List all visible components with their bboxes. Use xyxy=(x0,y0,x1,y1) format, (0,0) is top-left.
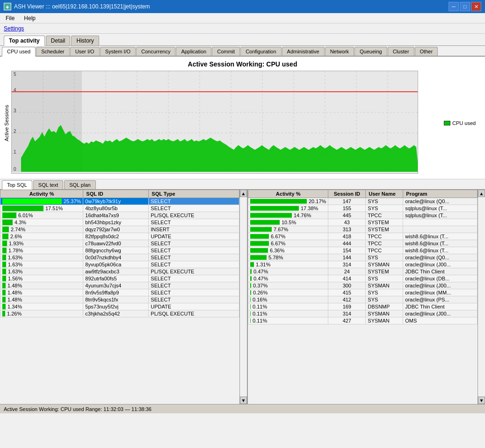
left-table-row[interactable]: 1.63% 8yvup05pk06ca SELECT xyxy=(0,261,239,268)
right-table-row[interactable]: 0.37% 300 SYSMAN oracle@linux (J00... xyxy=(248,282,478,289)
activity-bar xyxy=(2,255,6,260)
left-table-row[interactable]: 1.63% aw9tfz9acxbc3 PL/SQL EXECUTE xyxy=(0,268,239,275)
left-table-row[interactable]: 1.78% 88fgqncchy6wg SELECT xyxy=(0,247,239,254)
left-table-row[interactable]: 1.93% c78uawv22fvd0 SELECT xyxy=(0,240,239,247)
right-scrollbar[interactable]: ▲ ▼ xyxy=(478,190,485,404)
r-activity-bar xyxy=(250,255,267,260)
left-table-row[interactable]: 4.3% bh543hbps1zky SELECT xyxy=(0,219,239,226)
right-table-scroll[interactable]: Activity % Session ID User Name Program … xyxy=(248,190,478,404)
right-table-row[interactable]: 10.5% 43 SYSTEM xyxy=(248,219,478,226)
right-cell-activity: 6.67% xyxy=(248,233,328,240)
tab-sql-text[interactable]: SQL text xyxy=(33,180,63,189)
left-table-row[interactable]: 2.74% dqyz792jar7w0 INSERT xyxy=(0,226,239,233)
rscroll-up[interactable]: ▲ xyxy=(478,190,485,197)
bottom-tab-bar: Top SQL SQL text SQL plan xyxy=(0,179,485,190)
left-table-row[interactable]: 6.01% 16dhat4ta7xs9 PL/SQL EXECUTE xyxy=(0,212,239,219)
chart-area[interactable]: 4 3 2 1 0 5 xyxy=(11,71,439,175)
tab-queueing[interactable]: Queueing xyxy=(355,47,387,56)
col-sql-id: SQL ID xyxy=(83,190,149,198)
tab-configuration[interactable]: Configuration xyxy=(240,47,281,56)
right-cell-program: wish8.6@linux (T... xyxy=(403,247,478,254)
right-table-row[interactable]: 20.17% 147 SYS oracle@linux (Q0... xyxy=(248,198,478,205)
activity-pct: 6.01% xyxy=(18,213,33,218)
left-table-row[interactable]: 1.63% 0c0d7nzkdhby4 SELECT xyxy=(0,254,239,261)
status-text: Active Session Working: CPU used Range: … xyxy=(4,406,152,412)
right-table-row[interactable]: 6.67% 444 TPCC wish8.6@linux (T... xyxy=(248,240,478,247)
menu-help[interactable]: Help xyxy=(22,15,37,22)
r-activity-bar xyxy=(250,262,254,267)
right-table-row[interactable]: 0.16% 412 SYS oracle@linux (PS... xyxy=(248,296,478,303)
tab-commit[interactable]: Commit xyxy=(212,47,240,56)
tab-detail[interactable]: Detail xyxy=(46,36,71,45)
left-cell-sqlid: 4bz8yu80sr5b xyxy=(83,205,149,212)
tab-network[interactable]: Network xyxy=(325,47,354,56)
tab-concurrency[interactable]: Concurrency xyxy=(136,47,175,56)
tab-other[interactable]: Other xyxy=(415,47,438,56)
right-table-row[interactable]: 17.38% 155 SYS sqlplus@linux (T... xyxy=(248,205,478,212)
rscroll-track[interactable] xyxy=(478,197,485,397)
left-table-scroll[interactable]: Activity % SQL ID SQL Type 25.37% 0w79ky… xyxy=(0,190,239,404)
tab-system-io[interactable]: System I/O xyxy=(100,47,136,56)
r-activity-bar xyxy=(250,297,251,302)
right-cell-program: oracle@linux (Q0... xyxy=(403,198,478,205)
right-table-row[interactable]: 0.47% 24 SYSTEM JDBC Thin Client xyxy=(248,268,478,275)
tab-history[interactable]: History xyxy=(71,36,99,45)
r-activity-bar xyxy=(250,283,251,288)
tab-cluster[interactable]: Cluster xyxy=(388,47,414,56)
right-cell-sessionid: 147 xyxy=(328,198,366,205)
right-cell-program: wish8.6@linux (T... xyxy=(403,233,478,240)
left-cell-sqltype: SELECT xyxy=(149,219,239,226)
left-table-row[interactable]: 1.26% c3hjkha2s5q42 PL/SQL EXECUTE xyxy=(0,310,239,317)
right-cell-username: SYSMAN xyxy=(366,310,403,317)
left-table-row[interactable]: 25.37% 0w79kyb7tk91y SELECT xyxy=(0,198,239,205)
left-table-row[interactable]: 2.6% 82tfppq8s0dc2 UPDATE xyxy=(0,233,239,240)
left-table-row[interactable]: 1.34% 5ps73nuy5f2vj UPDATE xyxy=(0,303,239,310)
tab-top-activity[interactable]: Top activity xyxy=(4,36,45,46)
tab-application[interactable]: Application xyxy=(176,47,211,56)
r-activity-pct: 10.5% xyxy=(282,220,296,225)
right-table-row[interactable]: 14.76% 445 TPCC sqlplus@linux (T... xyxy=(248,212,478,219)
right-table-row[interactable]: 7.67% 313 SYSTEM xyxy=(248,226,478,233)
menu-file[interactable]: File xyxy=(4,15,16,22)
rscroll-down[interactable]: ▼ xyxy=(478,397,485,404)
settings-bar: Settings xyxy=(0,23,485,34)
tab-user-io[interactable]: User I/O xyxy=(70,47,100,56)
right-cell-program: wish8.6@linux (T... xyxy=(403,240,478,247)
right-cell-sessionid: 154 xyxy=(328,247,366,254)
right-table-row[interactable]: 0.11% 314 SYSMAN oracle@linux (J00... xyxy=(248,310,478,317)
settings-link[interactable]: Settings xyxy=(4,25,24,32)
tab-cpu-used[interactable]: CPU used xyxy=(2,47,36,57)
left-cell-sqlid: 8tn9v5kqcs1fx xyxy=(83,296,149,303)
left-scrollbar[interactable]: ▲ ▼ xyxy=(239,190,247,404)
right-table-row[interactable]: 6.67% 418 TPCC wish8.6@linux (T... xyxy=(248,233,478,240)
legend-cpu-used: CPU used xyxy=(444,120,476,126)
right-cell-program: JDBC Thin Client xyxy=(403,268,478,275)
left-table-row[interactable]: 17.51% 4bz8yu80sr5b SELECT xyxy=(0,205,239,212)
tab-sql-plan[interactable]: SQL plan xyxy=(64,180,95,189)
right-table-row[interactable]: 6.36% 154 TPCC wish8.6@linux (T... xyxy=(248,247,478,254)
right-table-row[interactable]: 0.11% 169 DBSNMP JDBC Thin Client xyxy=(248,303,478,310)
right-table-row[interactable]: 0.26% 415 SYS oracle@linux (MM... xyxy=(248,289,478,296)
close-button[interactable]: ✕ xyxy=(471,2,481,11)
restore-button[interactable]: □ xyxy=(460,2,470,11)
right-table-row[interactable]: 0.11% 427 SYSMAN OMS xyxy=(248,317,478,324)
left-table-row[interactable]: 1.48% 8tn9v5kqcs1fx SELECT xyxy=(0,296,239,303)
tab-scheduler[interactable]: Scheduler xyxy=(36,47,70,56)
scroll-track[interactable] xyxy=(240,197,247,397)
right-cell-program: sqlplus@linux (T... xyxy=(403,205,478,212)
left-cell-sqltype: SELECT xyxy=(149,198,239,205)
scroll-down[interactable]: ▼ xyxy=(240,397,247,404)
tab-administrative[interactable]: Administrative xyxy=(282,47,325,56)
main-tabs: Top activity Detail History xyxy=(0,34,485,46)
right-table-row[interactable]: 1.31% 314 SYSMAN oracle@linux (J00... xyxy=(248,261,478,268)
r-activity-pct: 0.37% xyxy=(253,283,268,288)
left-table-row[interactable]: 1.48% 8n9v5s9ffa8p9 SELECT xyxy=(0,289,239,296)
scroll-up[interactable]: ▲ xyxy=(240,190,247,197)
left-table-row[interactable]: 1.48% 4yunum3u7cjs4 SELECT xyxy=(0,282,239,289)
right-table-row[interactable]: 5.78% 144 SYS oracle@linux (Q0... xyxy=(248,254,478,261)
tab-top-sql[interactable]: Top SQL xyxy=(2,180,32,190)
left-cell-sqlid: 892utrfa00fs5 xyxy=(83,275,149,282)
right-table-row[interactable]: 0.47% 414 SYS oracle@linux (DB... xyxy=(248,275,478,282)
left-table-row[interactable]: 1.56% 892utrfa00fs5 SELECT xyxy=(0,275,239,282)
minimize-button[interactable]: ─ xyxy=(449,2,459,11)
